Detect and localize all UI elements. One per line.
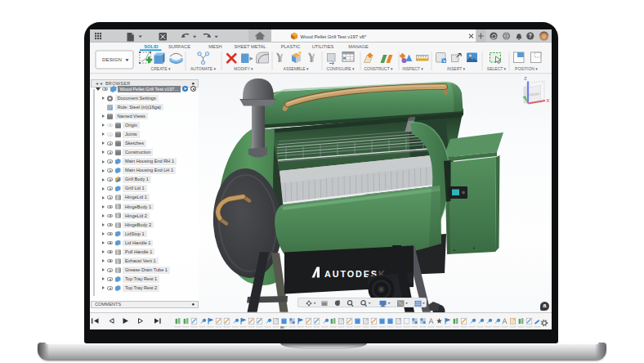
svg-text:DESIGN: DESIGN xyxy=(102,57,122,62)
svg-text:CREATE ▾: CREATE ▾ xyxy=(151,66,171,71)
svg-text:POSITION ▾: POSITION ▾ xyxy=(515,66,538,71)
svg-text:MANAGE: MANAGE xyxy=(348,44,369,49)
svg-text:INSERT ▾: INSERT ▾ xyxy=(447,66,466,71)
svg-text:MODIFY ▾: MODIFY ▾ xyxy=(234,66,253,71)
svg-text:X: X xyxy=(547,97,550,102)
svg-text:SURFACE: SURFACE xyxy=(168,44,190,49)
svg-text:MESH: MESH xyxy=(208,44,221,49)
svg-text:Z: Z xyxy=(524,76,527,81)
svg-text:INSPECT ▾: INSPECT ▾ xyxy=(402,66,423,71)
svg-text:AUTOMATE ▾: AUTOMATE ▾ xyxy=(190,66,217,71)
svg-text:?: ? xyxy=(529,33,532,38)
svg-text:ASSEMBLE ▾: ASSEMBLE ▾ xyxy=(284,66,309,71)
svg-text:SOLID: SOLID xyxy=(144,44,158,49)
svg-text:PLASTIC: PLASTIC xyxy=(281,44,301,49)
svg-text:Wood Pellet Grill Test v197 v6: Wood Pellet Grill Test v197 v6* xyxy=(301,34,367,39)
svg-text:CONFIGURE ▾: CONFIGURE ▾ xyxy=(327,66,355,71)
svg-text:SHEET METAL: SHEET METAL xyxy=(235,44,266,49)
svg-text:UTILITIES: UTILITIES xyxy=(312,44,334,49)
svg-text:SELECT ▾: SELECT ▾ xyxy=(487,66,507,71)
svg-text:CONSTRUCT ▾: CONSTRUCT ▾ xyxy=(364,66,393,71)
